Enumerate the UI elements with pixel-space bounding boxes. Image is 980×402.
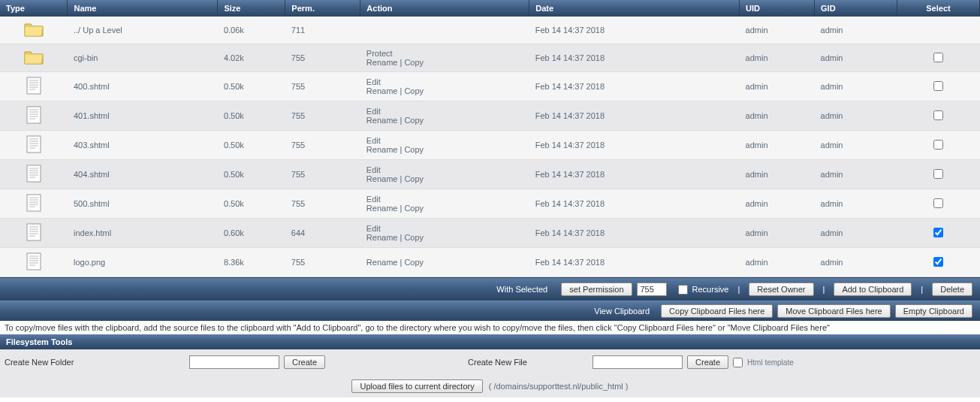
reset-owner-button[interactable]: Reset Owner [749, 283, 813, 296]
file-name-link[interactable]: 401.shtml [74, 111, 110, 120]
header-gid[interactable]: GID [815, 0, 897, 17]
header-date[interactable]: Date [529, 0, 740, 17]
action-copy[interactable]: Copy [404, 116, 424, 125]
file-name-link[interactable]: index.html [74, 228, 111, 237]
svg-rect-6 [27, 107, 41, 123]
create-file-button[interactable]: Create [687, 355, 728, 369]
action-rename[interactable]: Rename [366, 116, 398, 125]
file-name-link[interactable]: 403.shtml [74, 141, 110, 150]
cell-date: Feb 14 14:37 2018 [529, 219, 740, 248]
header-size[interactable]: Size [218, 0, 285, 17]
cell-date: Feb 14 14:37 2018 [529, 72, 740, 101]
cell-perm: 755 [285, 44, 360, 72]
action-copy[interactable]: Copy [404, 145, 424, 154]
separator: | [921, 285, 923, 294]
set-permission-button[interactable]: set Permission [561, 283, 632, 296]
cell-perm: 755 [285, 72, 360, 101]
create-file-input[interactable] [593, 355, 683, 369]
header-select[interactable]: Select [897, 0, 979, 17]
file-name-link[interactable]: ../ Up a Level [74, 26, 122, 35]
header-type[interactable]: Type [0, 0, 68, 17]
file-name-link[interactable]: 400.shtml [74, 82, 110, 91]
folder-icon [0, 17, 68, 44]
permission-input[interactable] [637, 283, 667, 296]
empty-clipboard-button[interactable]: Empty Clipboard [895, 304, 972, 318]
svg-rect-0 [27, 77, 41, 94]
cell-perm: 711 [285, 17, 360, 44]
file-name-link[interactable]: cgi-bin [74, 53, 98, 62]
upload-row: Upload files to current directory ( /dom… [0, 375, 980, 397]
action-copy[interactable]: Copy [404, 174, 424, 183]
cell-gid: admin [815, 131, 897, 160]
recursive-label: Recursive [692, 285, 729, 294]
view-clipboard-link[interactable]: View Clipboard [594, 307, 650, 316]
select-checkbox[interactable] [933, 81, 943, 91]
create-folder-input[interactable] [189, 355, 279, 369]
file-name-link[interactable]: 404.shtml [74, 170, 110, 179]
svg-rect-18 [27, 165, 41, 182]
move-here-button[interactable]: Move Clipboard Files here [777, 304, 890, 318]
action-edit[interactable]: Edit [366, 195, 381, 204]
cell-size: 0.60k [218, 219, 285, 248]
cell-perm: 755 [285, 160, 360, 189]
delete-button[interactable]: Delete [932, 283, 972, 296]
copy-here-button[interactable]: Copy Clipboard Files here [661, 304, 773, 318]
separator: | [737, 285, 740, 294]
add-clipboard-button[interactable]: Add to Clipboard [834, 283, 912, 296]
action-rename[interactable]: Rename [366, 233, 398, 242]
select-checkbox[interactable] [933, 198, 943, 208]
cell-select [897, 131, 979, 160]
header-action[interactable]: Action [360, 0, 529, 17]
header-uid[interactable]: UID [740, 0, 815, 17]
header-name[interactable]: Name [68, 0, 218, 17]
file-name-link[interactable]: 500.shtml [74, 199, 110, 208]
cell-date: Feb 14 14:37 2018 [529, 17, 740, 44]
action-copy[interactable]: Copy [404, 204, 424, 213]
cell-size: 0.50k [218, 101, 285, 131]
svg-rect-24 [27, 195, 41, 211]
action-copy[interactable]: Copy [404, 233, 424, 242]
action-edit[interactable]: Edit [366, 224, 381, 233]
select-checkbox[interactable] [933, 169, 943, 179]
action-rename[interactable]: Rename [366, 86, 398, 95]
action-edit[interactable]: Edit [366, 136, 381, 145]
file-icon [0, 72, 68, 101]
action-protect[interactable]: Protect [366, 49, 393, 58]
action-copy[interactable]: Copy [404, 258, 424, 267]
action-rename[interactable]: Rename [366, 174, 398, 183]
file-table: Type Name Size Perm. Action Date UID GID… [0, 0, 980, 277]
upload-button[interactable]: Upload files to current directory [351, 379, 482, 393]
separator: | [823, 285, 825, 294]
file-name-link[interactable]: logo.png [74, 258, 105, 267]
table-row: index.html0.60k644EditRename | CopyFeb 1… [0, 219, 980, 248]
action-rename[interactable]: Rename [366, 204, 398, 213]
cell-uid: admin [740, 219, 815, 248]
cell-gid: admin [815, 44, 897, 72]
create-folder-label: Create New Folder [5, 358, 185, 367]
svg-rect-30 [27, 224, 41, 240]
select-checkbox[interactable] [933, 140, 943, 150]
create-folder-button[interactable]: Create [284, 355, 325, 369]
action-rename[interactable]: Rename [366, 58, 398, 67]
action-rename[interactable]: Rename [366, 145, 398, 154]
svg-rect-12 [27, 136, 41, 153]
action-edit[interactable]: Edit [366, 107, 381, 116]
cell-gid: admin [815, 72, 897, 101]
select-checkbox[interactable] [933, 110, 943, 120]
header-perm[interactable]: Perm. [285, 0, 360, 17]
html-template-checkbox[interactable] [733, 358, 743, 367]
file-icon [0, 189, 68, 219]
clipboard-toolbar: View Clipboard Copy Clipboard Files here… [0, 301, 980, 321]
action-rename[interactable]: Rename [366, 258, 398, 267]
action-copy[interactable]: Copy [404, 86, 424, 95]
cell-gid: admin [815, 189, 897, 219]
action-edit[interactable]: Edit [366, 77, 381, 86]
action-edit[interactable]: Edit [366, 165, 381, 174]
action-copy[interactable]: Copy [404, 58, 424, 67]
recursive-checkbox[interactable] [678, 285, 688, 295]
cell-uid: admin [740, 248, 815, 277]
select-checkbox[interactable] [933, 228, 943, 237]
select-checkbox[interactable] [933, 257, 943, 267]
select-checkbox[interactable] [933, 53, 943, 62]
cell-actions: EditRename | Copy [360, 101, 529, 131]
